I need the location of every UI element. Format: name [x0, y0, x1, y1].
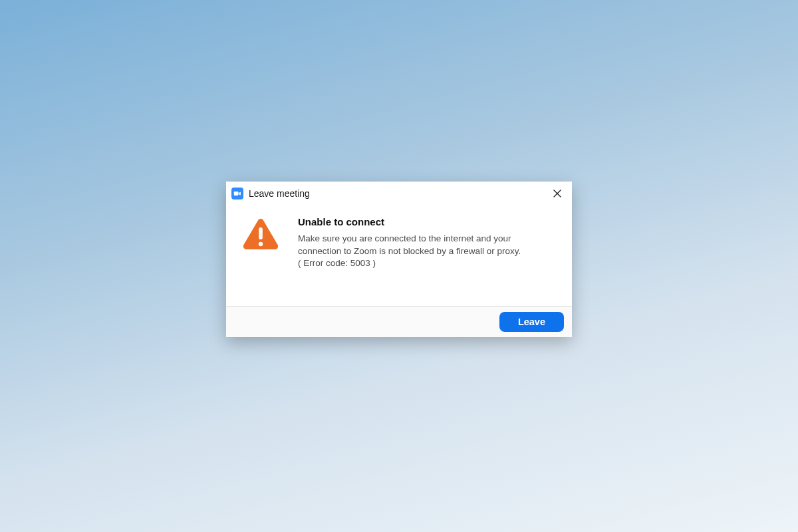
zoom-app-icon [231, 188, 243, 200]
error-message: Make sure you are connected to the inter… [298, 233, 556, 258]
close-icon [553, 190, 561, 198]
svg-rect-1 [259, 227, 263, 239]
titlebar: Leave meeting [226, 182, 572, 204]
leave-button[interactable]: Leave [499, 312, 564, 332]
error-dialog: Leave meeting Unable to connect Make sur… [226, 182, 572, 338]
error-headline: Unable to connect [298, 216, 556, 227]
dialog-title: Leave meeting [249, 188, 543, 199]
error-code: ( Error code: 5003 ) [298, 257, 556, 270]
warning-triangle-icon [242, 217, 279, 251]
dialog-body: Unable to connect Make sure you are conn… [226, 204, 572, 307]
dialog-content: Unable to connect Make sure you are conn… [298, 216, 556, 271]
dialog-footer: Leave [226, 306, 572, 337]
svg-point-2 [259, 241, 263, 245]
close-button[interactable] [548, 186, 567, 201]
svg-rect-0 [234, 192, 239, 196]
